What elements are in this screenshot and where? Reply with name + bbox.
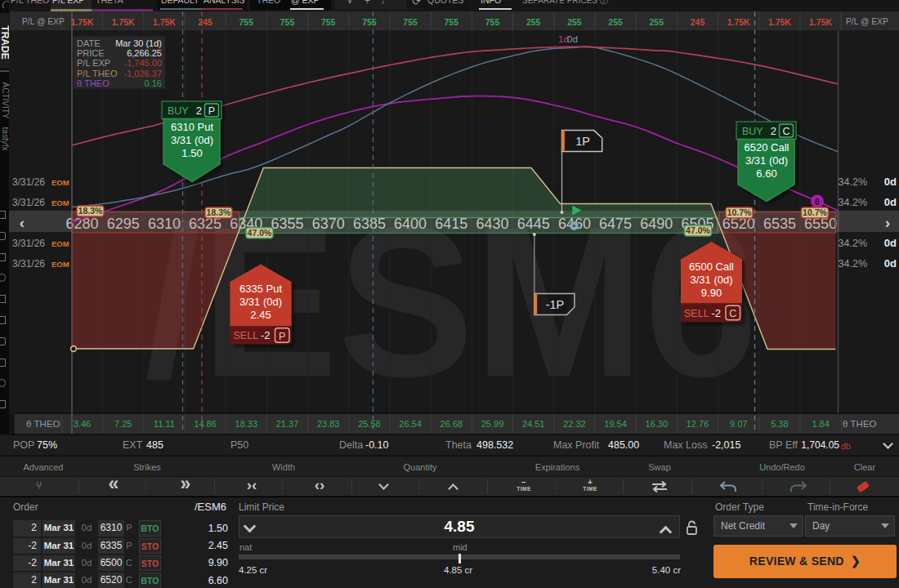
svg-text:245: 245: [691, 17, 705, 27]
svg-text:0.16: 0.16: [145, 78, 162, 88]
svg-text:18.3%: 18.3%: [78, 206, 103, 216]
svg-text:1.75K: 1.75K: [727, 17, 750, 27]
svg-text:PRICE: PRICE: [77, 48, 105, 58]
svg-text:›: ›: [885, 214, 890, 231]
svg-text:26.68: 26.68: [441, 419, 463, 429]
svg-text:2: 2: [771, 125, 776, 137]
svg-text:-2: -2: [711, 307, 721, 319]
svg-text:0d: 0d: [884, 237, 897, 249]
svg-text:-1,026.37: -1,026.37: [124, 69, 162, 78]
svg-text:255: 255: [567, 17, 582, 27]
svg-text:EOM: EOM: [51, 178, 69, 187]
svg-text:24.51: 24.51: [522, 419, 545, 429]
svg-text:18.3%: 18.3%: [207, 207, 231, 217]
svg-text:755: 755: [362, 17, 377, 27]
svg-text:755: 755: [321, 17, 336, 27]
svg-text:34.2%: 34.2%: [839, 238, 867, 249]
svg-text:1.75K: 1.75K: [153, 17, 176, 27]
svg-text:11.11: 11.11: [154, 419, 175, 429]
svg-text:10.7%: 10.7%: [803, 207, 827, 217]
svg-text:0d: 0d: [884, 196, 897, 208]
svg-text:1.75K: 1.75K: [809, 17, 832, 27]
svg-text:C: C: [729, 308, 736, 319]
svg-text:BUY: BUY: [168, 105, 189, 117]
svg-text:3/31 (0d): 3/31 (0d): [171, 134, 213, 146]
svg-text:P/L THEO: P/L THEO: [77, 69, 118, 78]
svg-text:6520 Call: 6520 Call: [745, 141, 789, 154]
svg-text:0d: 0d: [567, 34, 578, 44]
svg-text:EOM: EOM: [51, 260, 69, 269]
svg-text:25.99: 25.99: [481, 419, 504, 429]
svg-text:7.25: 7.25: [114, 419, 132, 429]
svg-text:θ: θ: [815, 197, 820, 207]
svg-text:P: P: [208, 105, 215, 117]
svg-text:3/31/26: 3/31/26: [12, 238, 45, 249]
svg-text:2.45: 2.45: [250, 309, 271, 321]
svg-text:-1P: -1P: [546, 298, 565, 311]
svg-text:EOM: EOM: [51, 239, 69, 248]
svg-text:2: 2: [196, 105, 202, 117]
svg-text:16.30: 16.30: [646, 419, 669, 429]
svg-text:18.33: 18.33: [235, 419, 258, 429]
svg-text:3/31/26: 3/31/26: [12, 176, 45, 188]
svg-text:P/L @ EXP: P/L @ EXP: [22, 17, 65, 26]
svg-text:21.37: 21.37: [276, 419, 299, 429]
svg-text:DATE: DATE: [77, 38, 101, 48]
svg-text:755: 755: [445, 17, 459, 27]
svg-text:1.75K: 1.75K: [112, 17, 135, 27]
svg-text:C: C: [782, 126, 789, 137]
svg-text:34.2%: 34.2%: [839, 258, 867, 270]
svg-text:‹: ‹: [20, 214, 25, 231]
svg-text:-1,745.00: -1,745.00: [124, 58, 162, 68]
svg-text:P/L EXP: P/L EXP: [77, 58, 110, 68]
svg-text:10.7%: 10.7%: [727, 207, 752, 217]
svg-text:3/31/26: 3/31/26: [12, 197, 45, 208]
svg-text:6500 Call: 6500 Call: [689, 261, 734, 273]
svg-text:47.0%: 47.0%: [686, 225, 710, 235]
svg-text:5.38: 5.38: [771, 419, 788, 429]
svg-text:245: 245: [198, 17, 212, 27]
svg-text:22.32: 22.32: [563, 419, 586, 429]
svg-text:9.07: 9.07: [730, 419, 747, 429]
svg-text:1.50: 1.50: [181, 147, 202, 159]
svg-text:3/31 (0d): 3/31 (0d): [690, 274, 732, 286]
svg-text:1P: 1P: [575, 135, 590, 148]
svg-text:θ THEO: θ THEO: [26, 419, 60, 429]
svg-text:34.2%: 34.2%: [839, 197, 867, 208]
svg-text:26.54: 26.54: [399, 419, 422, 429]
svg-text:SELL: SELL: [684, 308, 709, 319]
svg-text:255: 255: [608, 17, 623, 27]
svg-text:14.86: 14.86: [194, 419, 217, 429]
svg-text:23.83: 23.83: [317, 419, 340, 429]
svg-text:3.46: 3.46: [74, 419, 91, 429]
svg-text:9.90: 9.90: [701, 287, 722, 299]
svg-text:755: 755: [280, 17, 295, 27]
svg-text:EOM: EOM: [51, 198, 69, 207]
svg-text:3/31/26: 3/31/26: [12, 258, 45, 270]
svg-text:255: 255: [650, 17, 664, 27]
svg-text:755: 755: [239, 17, 254, 27]
svg-text:-2: -2: [261, 329, 271, 341]
svg-text:6335 Put: 6335 Put: [239, 283, 282, 295]
svg-text:SELL: SELL: [234, 330, 259, 341]
svg-text:0d: 0d: [884, 257, 897, 270]
svg-text:6310 Put: 6310 Put: [171, 121, 213, 133]
svg-text:255: 255: [526, 17, 541, 27]
svg-text:755: 755: [403, 17, 418, 27]
svg-text:θ THEO: θ THEO: [77, 78, 110, 88]
svg-text:1.84: 1.84: [812, 419, 829, 429]
svg-text:P/L @ EXP: P/L @ EXP: [846, 17, 888, 26]
svg-text:Mar 30 (1d): Mar 30 (1d): [115, 38, 162, 48]
svg-text:3/31 (0d): 3/31 (0d): [745, 154, 788, 167]
svg-text:1.75K: 1.75K: [70, 17, 93, 27]
svg-text:6,266.25: 6,266.25: [127, 48, 162, 58]
svg-text:12.76: 12.76: [687, 419, 709, 429]
svg-text:6.60: 6.60: [756, 167, 776, 180]
svg-text:34.2%: 34.2%: [839, 176, 867, 188]
svg-text:755: 755: [485, 17, 500, 27]
svg-text:BUY: BUY: [742, 126, 763, 137]
svg-text:θ THEO: θ THEO: [843, 419, 877, 429]
svg-text:3/31 (0d): 3/31 (0d): [239, 296, 282, 308]
svg-text:25.58: 25.58: [358, 419, 381, 429]
svg-text:47.0%: 47.0%: [248, 228, 272, 238]
